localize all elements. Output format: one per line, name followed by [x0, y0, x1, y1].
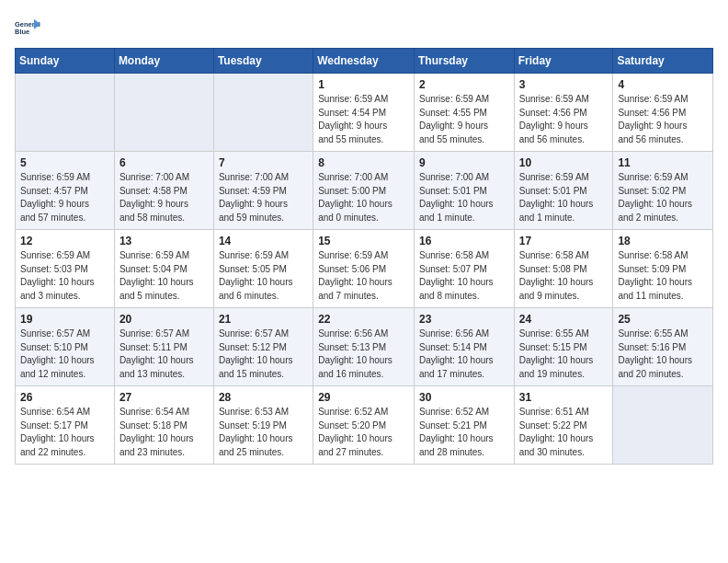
calendar-cell: 16Sunrise: 6:58 AM Sunset: 5:07 PM Dayli… [414, 230, 514, 308]
day-info: Sunrise: 6:59 AM Sunset: 4:54 PM Dayligh… [318, 93, 409, 146]
weekday-header-sunday: Sunday [16, 49, 115, 74]
day-number: 12 [20, 235, 109, 247]
day-number: 15 [318, 235, 409, 247]
day-info: Sunrise: 6:59 AM Sunset: 5:05 PM Dayligh… [219, 249, 308, 303]
day-info: Sunrise: 7:00 AM Sunset: 4:59 PM Dayligh… [219, 171, 308, 224]
day-number: 22 [318, 313, 409, 326]
day-info: Sunrise: 6:58 AM Sunset: 5:09 PM Dayligh… [618, 249, 708, 303]
weekday-header-saturday: Saturday [613, 49, 713, 74]
day-info: Sunrise: 6:59 AM Sunset: 4:57 PM Dayligh… [20, 171, 109, 224]
day-number: 5 [20, 156, 109, 169]
day-info: Sunrise: 6:51 AM Sunset: 5:22 PM Dayligh… [519, 406, 609, 459]
day-number: 21 [219, 313, 308, 326]
day-number: 3 [519, 78, 609, 91]
day-number: 9 [419, 156, 509, 169]
day-number: 11 [618, 156, 708, 169]
day-info: Sunrise: 6:55 AM Sunset: 5:15 PM Dayligh… [519, 327, 609, 381]
calendar-cell: 24Sunrise: 6:55 AM Sunset: 5:15 PM Dayli… [514, 308, 613, 386]
day-number: 4 [618, 78, 708, 91]
calendar-week-4: 19Sunrise: 6:57 AM Sunset: 5:10 PM Dayli… [16, 308, 713, 386]
day-info: Sunrise: 6:54 AM Sunset: 5:18 PM Dayligh… [119, 406, 209, 459]
calendar-cell: 12Sunrise: 6:59 AM Sunset: 5:03 PM Dayli… [16, 230, 115, 308]
day-info: Sunrise: 6:52 AM Sunset: 5:20 PM Dayligh… [318, 406, 409, 459]
calendar-cell: 29Sunrise: 6:52 AM Sunset: 5:20 PM Dayli… [313, 386, 415, 465]
day-number: 2 [419, 78, 509, 91]
day-info: Sunrise: 6:53 AM Sunset: 5:19 PM Dayligh… [219, 406, 308, 459]
day-number: 17 [519, 235, 609, 247]
calendar-week-1: 1Sunrise: 6:59 AM Sunset: 4:54 PM Daylig… [16, 74, 713, 152]
day-number: 10 [519, 156, 609, 169]
calendar-cell: 23Sunrise: 6:56 AM Sunset: 5:14 PM Dayli… [414, 308, 514, 386]
day-info: Sunrise: 6:52 AM Sunset: 5:21 PM Dayligh… [419, 406, 509, 459]
calendar-cell: 11Sunrise: 6:59 AM Sunset: 5:02 PM Dayli… [613, 152, 713, 230]
calendar-cell [16, 74, 115, 152]
calendar-cell: 22Sunrise: 6:56 AM Sunset: 5:13 PM Dayli… [313, 308, 415, 386]
calendar-cell: 26Sunrise: 6:54 AM Sunset: 5:17 PM Dayli… [16, 386, 115, 465]
calendar-cell: 3Sunrise: 6:59 AM Sunset: 4:56 PM Daylig… [514, 74, 613, 152]
day-number: 25 [618, 313, 708, 326]
day-info: Sunrise: 6:57 AM Sunset: 5:11 PM Dayligh… [119, 327, 209, 381]
day-number: 29 [318, 391, 409, 404]
calendar-cell: 18Sunrise: 6:58 AM Sunset: 5:09 PM Dayli… [613, 230, 713, 308]
day-info: Sunrise: 6:59 AM Sunset: 5:03 PM Dayligh… [20, 249, 109, 303]
day-info: Sunrise: 7:00 AM Sunset: 4:58 PM Dayligh… [119, 171, 209, 224]
day-number: 6 [119, 156, 209, 169]
calendar-cell [213, 74, 313, 152]
day-number: 19 [20, 313, 109, 326]
calendar-cell: 30Sunrise: 6:52 AM Sunset: 5:21 PM Dayli… [414, 386, 514, 465]
calendar-cell: 9Sunrise: 7:00 AM Sunset: 5:01 PM Daylig… [414, 152, 514, 230]
calendar-cell: 27Sunrise: 6:54 AM Sunset: 5:18 PM Dayli… [114, 386, 213, 465]
day-info: Sunrise: 6:56 AM Sunset: 5:14 PM Dayligh… [419, 327, 509, 381]
day-info: Sunrise: 6:57 AM Sunset: 5:10 PM Dayligh… [20, 327, 109, 381]
day-number: 26 [20, 391, 109, 404]
svg-text:Blue: Blue [15, 28, 29, 36]
day-info: Sunrise: 6:59 AM Sunset: 4:56 PM Dayligh… [519, 93, 609, 146]
day-info: Sunrise: 7:00 AM Sunset: 5:00 PM Dayligh… [318, 171, 409, 224]
calendar-cell: 6Sunrise: 7:00 AM Sunset: 4:58 PM Daylig… [114, 152, 213, 230]
calendar-week-5: 26Sunrise: 6:54 AM Sunset: 5:17 PM Dayli… [16, 386, 713, 465]
calendar-cell: 7Sunrise: 7:00 AM Sunset: 4:59 PM Daylig… [213, 152, 313, 230]
calendar-cell: 28Sunrise: 6:53 AM Sunset: 5:19 PM Dayli… [213, 386, 313, 465]
calendar-week-3: 12Sunrise: 6:59 AM Sunset: 5:03 PM Dayli… [16, 230, 713, 308]
calendar-cell: 13Sunrise: 6:59 AM Sunset: 5:04 PM Dayli… [114, 230, 213, 308]
calendar-cell: 2Sunrise: 6:59 AM Sunset: 4:55 PM Daylig… [414, 74, 514, 152]
calendar-cell: 4Sunrise: 6:59 AM Sunset: 4:56 PM Daylig… [613, 74, 713, 152]
logo: GeneralBlue [15, 15, 44, 40]
day-number: 8 [318, 156, 409, 169]
day-info: Sunrise: 6:54 AM Sunset: 5:17 PM Dayligh… [20, 406, 109, 459]
weekday-header-thursday: Thursday [414, 49, 514, 74]
day-number: 16 [419, 235, 509, 247]
day-number: 28 [219, 391, 308, 404]
weekday-header-tuesday: Tuesday [213, 49, 313, 74]
day-number: 18 [618, 235, 708, 247]
calendar-cell: 8Sunrise: 7:00 AM Sunset: 5:00 PM Daylig… [313, 152, 415, 230]
weekday-header-friday: Friday [514, 49, 613, 74]
day-info: Sunrise: 7:00 AM Sunset: 5:01 PM Dayligh… [419, 171, 509, 224]
day-number: 27 [119, 391, 209, 404]
header: GeneralBlue [15, 15, 713, 40]
weekday-header-row: SundayMondayTuesdayWednesdayThursdayFrid… [16, 49, 713, 74]
calendar-table: SundayMondayTuesdayWednesdayThursdayFrid… [15, 48, 713, 465]
day-number: 24 [519, 313, 609, 326]
calendar-cell: 31Sunrise: 6:51 AM Sunset: 5:22 PM Dayli… [514, 386, 613, 465]
calendar-week-2: 5Sunrise: 6:59 AM Sunset: 4:57 PM Daylig… [16, 152, 713, 230]
day-number: 23 [419, 313, 509, 326]
calendar-cell: 10Sunrise: 6:59 AM Sunset: 5:01 PM Dayli… [514, 152, 613, 230]
day-info: Sunrise: 6:59 AM Sunset: 4:55 PM Dayligh… [419, 93, 509, 146]
day-number: 1 [318, 78, 409, 91]
day-number: 14 [219, 235, 308, 247]
day-number: 31 [519, 391, 609, 404]
page-container: GeneralBlue SundayMondayTuesdayWednesday… [0, 0, 728, 476]
day-info: Sunrise: 6:59 AM Sunset: 5:01 PM Dayligh… [519, 171, 609, 224]
calendar-cell: 17Sunrise: 6:58 AM Sunset: 5:08 PM Dayli… [514, 230, 613, 308]
weekday-header-monday: Monday [114, 49, 213, 74]
day-info: Sunrise: 6:59 AM Sunset: 5:04 PM Dayligh… [119, 249, 209, 303]
calendar-cell: 21Sunrise: 6:57 AM Sunset: 5:12 PM Dayli… [213, 308, 313, 386]
calendar-cell: 14Sunrise: 6:59 AM Sunset: 5:05 PM Dayli… [213, 230, 313, 308]
calendar-cell: 25Sunrise: 6:55 AM Sunset: 5:16 PM Dayli… [613, 308, 713, 386]
day-info: Sunrise: 6:57 AM Sunset: 5:12 PM Dayligh… [219, 327, 308, 381]
day-number: 13 [119, 235, 209, 247]
day-info: Sunrise: 6:59 AM Sunset: 5:02 PM Dayligh… [618, 171, 708, 224]
weekday-header-wednesday: Wednesday [313, 49, 415, 74]
calendar-cell: 5Sunrise: 6:59 AM Sunset: 4:57 PM Daylig… [16, 152, 115, 230]
